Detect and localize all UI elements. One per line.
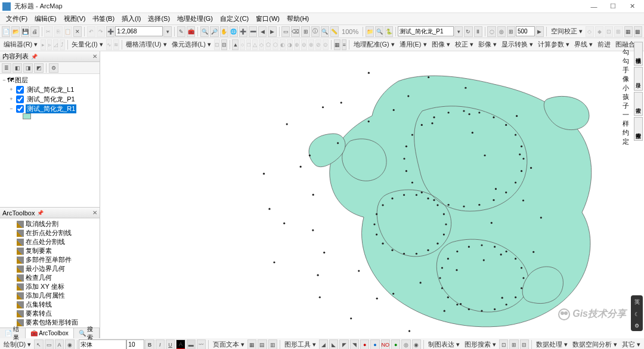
open-icon[interactable]: 📂: [11, 26, 20, 37]
zoomin-icon[interactable]: 🔍: [200, 26, 209, 37]
clearsel-icon[interactable]: ⌫: [291, 26, 300, 37]
ss1-icon[interactable]: ⊡: [499, 339, 508, 350]
mt2-icon[interactable]: ◣: [329, 339, 338, 350]
refresh-icon[interactable]: ↻: [464, 26, 472, 37]
tool-item-9[interactable]: 点集转线: [1, 300, 98, 309]
grid-icon[interactable]: ⊞: [507, 26, 515, 37]
vtab-spatial[interactable]: 空间搜索: [634, 117, 643, 141]
cs1-icon[interactable]: ⊡: [214, 39, 220, 50]
grid2-icon[interactable]: ▤: [258, 339, 267, 350]
map-canvas[interactable]: Gis技术分享: [100, 51, 644, 338]
spatial-adjust-menu[interactable]: 空间校正 ▾: [549, 27, 585, 36]
dataprocess-menu[interactable]: 数据处理 ▾: [534, 340, 570, 349]
edt4-icon[interactable]: ⤴: [60, 39, 65, 50]
zoomout-icon[interactable]: 🔎: [210, 26, 218, 37]
toolbox-pin-icon[interactable]: 📌: [35, 210, 46, 216]
sa2-icon[interactable]: ◆: [595, 26, 603, 37]
layer2-swatch[interactable]: [23, 113, 31, 119]
tool-item-8[interactable]: 添加几何属性: [1, 291, 98, 300]
find-icon[interactable]: 🔍: [321, 26, 329, 37]
toc-layer-1[interactable]: + 测试_简化龙_P1: [1, 94, 98, 104]
e3-icon[interactable]: △: [252, 39, 258, 50]
fullextent-icon[interactable]: 🌐: [230, 26, 238, 37]
cut-icon[interactable]: ✂: [44, 26, 52, 37]
catalog-icon[interactable]: 📁: [366, 26, 374, 37]
sa5-icon[interactable]: ▦: [624, 26, 633, 37]
listbysel-icon[interactable]: ◩: [34, 63, 44, 73]
tool-item-1[interactable]: 在折点处分割线: [1, 228, 98, 237]
fontcolor-icon[interactable]: A: [176, 339, 185, 350]
e5-icon[interactable]: ⬠: [265, 39, 271, 50]
fixedzoomout-icon[interactable]: ➖: [249, 26, 257, 37]
rastercleanup-menu[interactable]: 栅格清理(U) ▾: [123, 40, 169, 49]
draw-menu[interactable]: 绘制(D) ▾: [1, 340, 33, 349]
marker-icon[interactable]: ◉: [65, 339, 74, 350]
minimize-button[interactable]: —: [584, 1, 603, 13]
options-icon[interactable]: ⚙: [49, 63, 58, 73]
cs2-icon[interactable]: ⊟: [221, 39, 227, 50]
mt7-icon[interactable]: ●: [391, 339, 400, 350]
toolbox-close-icon[interactable]: ✕: [92, 209, 97, 216]
close-button[interactable]: ✕: [623, 1, 642, 13]
maketools-menu[interactable]: 制图表达 ▾: [426, 340, 462, 349]
shapesearch-menu[interactable]: 图形搜索 ▾: [462, 340, 499, 349]
new-icon[interactable]: 📄: [2, 26, 10, 37]
toolbox-icon[interactable]: 🧰: [187, 26, 195, 37]
e9-icon[interactable]: ⊕: [294, 39, 300, 50]
toc-close-icon[interactable]: ✕: [92, 53, 97, 60]
measure-icon[interactable]: 📏: [330, 26, 339, 37]
underline-icon[interactable]: U: [166, 339, 175, 350]
linecolor-icon[interactable]: 〰: [197, 339, 206, 350]
scale-dropdown-icon[interactable]: ▾: [163, 26, 172, 37]
select-icon[interactable]: ▭: [281, 26, 290, 37]
listbydraw-icon[interactable]: ≣: [2, 63, 11, 73]
toc-root[interactable]: −🗺 图层: [1, 75, 98, 85]
vtab-geo[interactable]: 地理链接: [634, 42, 643, 66]
adddata-icon[interactable]: ➕: [106, 26, 114, 37]
python-icon[interactable]: 🐍: [385, 26, 393, 37]
yinxiang-menu[interactable]: 影像 ▾: [476, 40, 499, 49]
tab-search[interactable]: 🔍搜索: [74, 328, 100, 338]
menu-edit[interactable]: 编辑(E): [31, 13, 60, 24]
menu-selection[interactable]: 选择(S): [144, 13, 174, 24]
editor-toolbar-icon[interactable]: ✎: [177, 26, 185, 37]
search-icon[interactable]: 🔍: [375, 26, 383, 37]
e1-icon[interactable]: ○: [240, 39, 245, 50]
general-menu[interactable]: 通用(E) ▾: [397, 40, 429, 49]
tool-item-2[interactable]: 在点处分割线: [1, 237, 98, 246]
fontsize-select[interactable]: [126, 339, 144, 349]
save-icon[interactable]: 💾: [21, 26, 29, 37]
sa6-icon[interactable]: ▩: [634, 26, 642, 37]
grid1-icon[interactable]: ▦: [247, 339, 256, 350]
target-icon[interactable]: ◎: [497, 26, 506, 37]
fixedzoomin-icon[interactable]: ➕: [239, 26, 247, 37]
identify-icon[interactable]: ⓘ: [311, 26, 320, 37]
image-menu[interactable]: 图像 ▾: [429, 40, 453, 49]
forward-menu[interactable]: 前进: [595, 40, 613, 49]
menu-customize[interactable]: 自定义(C): [216, 13, 252, 24]
adjust-menu[interactable]: 校正 ▾: [453, 40, 476, 49]
mt6-icon[interactable]: ●: [370, 339, 379, 350]
undo-icon[interactable]: ↶: [87, 26, 95, 37]
maximize-button[interactable]: ☐: [603, 1, 623, 13]
copy-icon[interactable]: ⎘: [54, 26, 63, 37]
cellselect-menu[interactable]: 像元选择(L) ▾: [169, 40, 214, 49]
edt3-icon[interactable]: ◿: [53, 39, 58, 50]
mt8-icon[interactable]: ◎: [401, 339, 410, 350]
sa1-icon[interactable]: ◇: [586, 26, 594, 37]
text-icon[interactable]: A: [55, 339, 64, 350]
ime-widget[interactable]: 英☾⚙: [631, 295, 643, 331]
maptools-menu[interactable]: 图形工具 ▾: [282, 340, 318, 349]
mt9-icon[interactable]: ◉: [412, 339, 421, 350]
mt1-icon[interactable]: ◢: [319, 339, 328, 350]
pointer-icon[interactable]: ▲: [232, 39, 239, 50]
georef-menu[interactable]: 地理配准(G) ▾: [351, 40, 397, 49]
back-icon[interactable]: ◀: [258, 26, 267, 37]
toolbox-list[interactable]: 取消线分割在折点处分割线在点处分割线复制要素多部件至单部件最小边界几何检查几何添…: [0, 218, 100, 328]
calc-menu[interactable]: 计算参数 ▾: [535, 40, 572, 49]
tool-item-0[interactable]: 取消线分割: [1, 220, 98, 228]
toc-layer-2[interactable]: − 测试_简化龙_R1: [1, 104, 98, 113]
tool-item-7[interactable]: 添加 XY 坐标: [1, 282, 98, 291]
menu-insert[interactable]: 插入(I): [118, 13, 144, 24]
tab-arctoolbox[interactable]: 🧰ArcToolbox: [26, 328, 73, 338]
